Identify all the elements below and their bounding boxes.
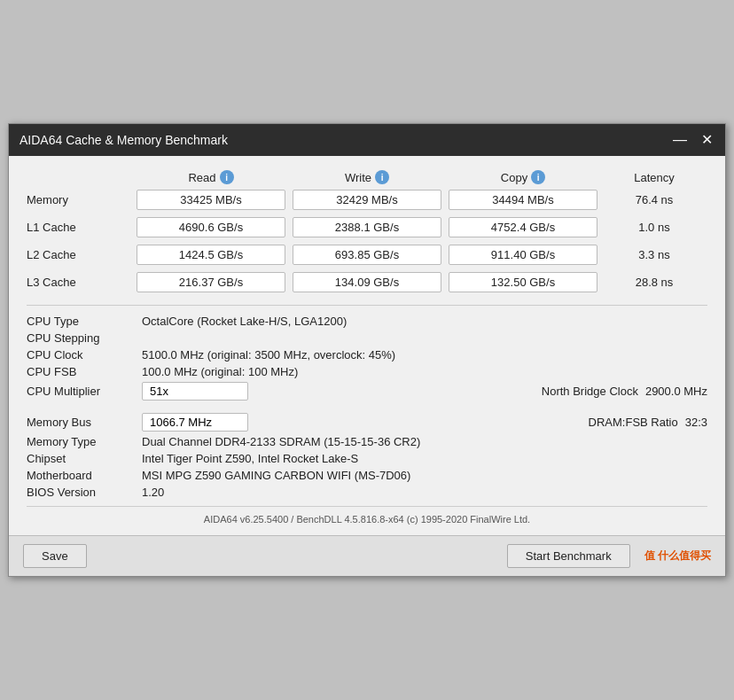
col-header-label (27, 170, 133, 184)
motherboard-label: Motherboard (27, 469, 142, 482)
l3-copy: 132.50 GB/s (449, 272, 597, 292)
memory-bus-row: Memory Bus 1066.7 MHz DRAM:FSB Ratio 32:… (27, 413, 707, 432)
memory-bus-label: Memory Bus (27, 416, 142, 429)
memory-label: Memory (27, 193, 133, 206)
memory-latency: 76.4 ns (601, 193, 707, 206)
l2-latency: 3.3 ns (601, 248, 707, 261)
cpu-clock-label: CPU Clock (27, 348, 142, 362)
cpu-multiplier-left: CPU Multiplier 51x (27, 382, 459, 401)
copy-info-icon[interactable]: i (531, 170, 545, 184)
l1-latency: 1.0 ns (601, 221, 707, 234)
bench-row-l2: L2 Cache 1424.5 GB/s 693.85 GB/s 911.40 … (27, 245, 707, 265)
chipset-row: Chipset Intel Tiger Point Z590, Intel Ro… (27, 452, 707, 465)
memory-type-value: Dual Channel DDR4-2133 SDRAM (15-15-15-3… (142, 435, 420, 448)
cpu-multiplier-label: CPU Multiplier (27, 385, 142, 398)
window-controls: — ✕ (671, 133, 714, 147)
memory-write: 32429 MB/s (293, 190, 441, 210)
cpu-type-label: CPU Type (27, 315, 142, 328)
chipset-label: Chipset (27, 452, 142, 465)
north-bridge-right: North Bridge Clock 2900.0 MHz (459, 385, 707, 398)
dram-fsb-value: 32:3 (685, 416, 707, 429)
chipset-value: Intel Tiger Point Z590, Intel Rocket Lak… (142, 452, 358, 465)
read-info-icon[interactable]: i (220, 170, 234, 184)
bottom-bar: Save Start Benchmark 值 什么值得买 (9, 535, 725, 576)
cpu-fsb-value: 100.0 MHz (original: 100 MHz) (142, 365, 298, 378)
cpu-clock-row: CPU Clock 5100.0 MHz (original: 3500 MHz… (27, 348, 707, 362)
motherboard-value: MSI MPG Z590 GAMING CARBON WIFI (MS-7D06… (142, 469, 410, 482)
l3-read: 216.37 GB/s (137, 272, 285, 292)
bench-header-row: Read i Write i Copy i Latency (27, 170, 707, 184)
title-bar: AIDA64 Cache & Memory Benchmark — ✕ (9, 124, 725, 156)
save-button[interactable]: Save (23, 544, 87, 568)
l1-write: 2388.1 GB/s (293, 217, 441, 237)
divider-1 (27, 305, 707, 306)
bench-row-l3: L3 Cache 216.37 GB/s 134.09 GB/s 132.50 … (27, 272, 707, 292)
memory-read: 33425 MB/s (137, 190, 285, 210)
window-title: AIDA64 Cache & Memory Benchmark (20, 133, 228, 147)
cpu-stepping-row: CPU Stepping (27, 331, 707, 345)
l3-write: 134.09 GB/s (293, 272, 441, 292)
watermark: 值 什么值得买 (644, 548, 711, 564)
col-header-copy: Copy i (445, 170, 601, 184)
bios-value: 1.20 (142, 486, 164, 499)
motherboard-row: Motherboard MSI MPG Z590 GAMING CARBON W… (27, 469, 707, 482)
write-info-icon[interactable]: i (375, 170, 389, 184)
info-section: CPU Type OctalCore (Rocket Lake-H/S, LGA… (27, 315, 707, 499)
col-header-read: Read i (133, 170, 289, 184)
col-header-write: Write i (289, 170, 445, 184)
north-bridge-value: 2900.0 MHz (645, 385, 707, 398)
cpu-type-value: OctalCore (Rocket Lake-H/S, LGA1200) (142, 315, 347, 328)
l1-read: 4690.6 GB/s (137, 217, 285, 237)
l2-label: L2 Cache (27, 248, 133, 261)
cpu-fsb-row: CPU FSB 100.0 MHz (original: 100 MHz) (27, 365, 707, 378)
content-area: Read i Write i Copy i Latency Memory 334… (9, 156, 725, 535)
bench-table: Memory 33425 MB/s 32429 MB/s 34494 MB/s … (27, 190, 707, 292)
cpu-clock-value: 5100.0 MHz (original: 3500 MHz, overcloc… (142, 348, 395, 362)
cpu-type-row: CPU Type OctalCore (Rocket Lake-H/S, LGA… (27, 315, 707, 328)
dram-fsb-label: DRAM:FSB Ratio (589, 416, 678, 429)
memory-type-row: Memory Type Dual Channel DDR4-2133 SDRAM… (27, 435, 707, 448)
l2-write: 693.85 GB/s (293, 245, 441, 265)
memory-type-label: Memory Type (27, 435, 142, 448)
memory-copy: 34494 MB/s (449, 190, 597, 210)
cpu-stepping-label: CPU Stepping (27, 331, 142, 345)
north-bridge-label: North Bridge Clock (542, 385, 638, 398)
bench-row-l1: L1 Cache 4690.6 GB/s 2388.1 GB/s 4752.4 … (27, 217, 707, 237)
main-window: AIDA64 Cache & Memory Benchmark — ✕ Read… (8, 123, 726, 577)
cpu-multiplier-value: 51x (142, 382, 248, 401)
cpu-fsb-label: CPU FSB (27, 365, 142, 378)
l2-read: 1424.5 GB/s (137, 245, 285, 265)
bios-label: BIOS Version (27, 486, 142, 499)
footer-text: AIDA64 v6.25.5400 / BenchDLL 4.5.816.8-x… (27, 506, 707, 528)
memory-bus-value: 1066.7 MHz (142, 413, 248, 432)
close-button[interactable]: ✕ (699, 133, 714, 147)
cpu-multiplier-row: CPU Multiplier 51x North Bridge Clock 29… (27, 382, 707, 401)
memory-bus-left: Memory Bus 1066.7 MHz (27, 413, 459, 432)
bench-row-memory: Memory 33425 MB/s 32429 MB/s 34494 MB/s … (27, 190, 707, 210)
l2-copy: 911.40 GB/s (449, 245, 597, 265)
minimize-button[interactable]: — (671, 133, 689, 147)
l1-copy: 4752.4 GB/s (449, 217, 597, 237)
l1-label: L1 Cache (27, 221, 133, 234)
l3-latency: 28.8 ns (601, 276, 707, 289)
col-header-latency: Latency (601, 170, 707, 184)
start-benchmark-button[interactable]: Start Benchmark (507, 544, 630, 568)
l3-label: L3 Cache (27, 276, 133, 289)
dram-fsb-right: DRAM:FSB Ratio 32:3 (459, 416, 707, 429)
bios-row: BIOS Version 1.20 (27, 486, 707, 499)
